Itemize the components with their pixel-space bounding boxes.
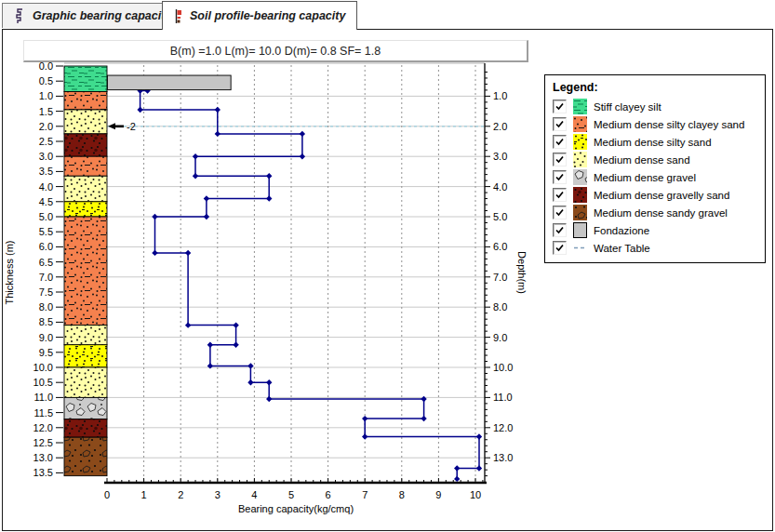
legend-label-sand: Medium dense sand	[594, 154, 690, 166]
soil-column-icon	[174, 8, 183, 24]
parameters-title: B(m) =1.0 L(m)= 10.0 D(m)= 0.8 SF= 1.8	[23, 40, 528, 62]
legend-swatch-silty-clayey-sand	[573, 116, 587, 132]
legend-checkbox-gravel[interactable]	[553, 170, 567, 184]
legend-swatch-gravel	[573, 169, 587, 185]
step-line-icon	[14, 8, 26, 24]
legend-label-silty-sand: Medium dense silty sand	[594, 137, 712, 148]
legend-checkbox-sand[interactable]	[553, 153, 567, 166]
legend-label-water-table: Water Table	[594, 243, 650, 254]
legend-item-silty-clayey-sand: Medium dense silty clayey sand	[545, 115, 765, 133]
legend-item-sand: Medium dense sand	[545, 151, 765, 168]
legend-checkbox-sandy-gravel[interactable]	[553, 206, 567, 219]
legend-swatch-water-table	[573, 240, 587, 256]
legend-label-stiff-clayey-silt: Stiff clayey silt	[594, 101, 661, 113]
legend-item-silty-sand: Medium dense silty sand	[545, 133, 765, 151]
legend-item-foundation: Fondazione	[545, 221, 765, 239]
legend-item-sandy-gravel: Medium dense sandy gravel	[545, 204, 765, 221]
legend-swatch-silty-sand	[573, 134, 587, 150]
legend-swatch-sand	[573, 152, 587, 167]
legend-label-foundation: Fondazione	[594, 225, 649, 236]
legend-box: Legend: Stiff clayey siltMedium dense si…	[544, 74, 766, 263]
legend-checkbox-silty-clayey-sand[interactable]	[553, 117, 567, 131]
legend-swatch-stiff-clayey-silt	[573, 99, 587, 114]
legend-items: Stiff clayey siltMedium dense silty clay…	[545, 98, 765, 257]
tab-soil-profile-bearing-capacity[interactable]: Soil profile-bearing capacity	[162, 1, 357, 30]
legend-item-stiff-clayey-silt: Stiff clayey silt	[545, 98, 765, 115]
legend-swatch-gravelly-sand	[573, 187, 587, 203]
legend-title: Legend:	[545, 79, 765, 98]
legend-label-silty-clayey-sand: Medium dense silty clayey sand	[594, 119, 744, 130]
legend-checkbox-silty-sand[interactable]	[553, 135, 567, 149]
legend-checkbox-gravelly-sand[interactable]	[553, 188, 567, 202]
legend-item-water-table: Water Table	[545, 239, 765, 257]
tab-label: Graphic bearing capacity	[33, 9, 171, 22]
tab-strip: Graphic bearing capacity Soil profile-be…	[0, 0, 775, 29]
legend-swatch-foundation	[573, 222, 587, 238]
legend-label-gravelly-sand: Medium dense gravelly sand	[594, 190, 729, 201]
legend-item-gravelly-sand: Medium dense gravelly sand	[545, 186, 765, 204]
legend-item-gravel: Medium dense gravel	[545, 168, 765, 186]
legend-checkbox-foundation[interactable]	[553, 223, 567, 237]
legend-label-sandy-gravel: Medium dense sandy gravel	[594, 207, 728, 219]
tab-label: Soil profile-bearing capacity	[190, 9, 345, 22]
legend-checkbox-stiff-clayey-silt[interactable]	[553, 100, 567, 113]
legend-checkbox-water-table[interactable]	[553, 241, 567, 255]
application-window: Graphic bearing capacity Soil profile-be…	[0, 0, 775, 532]
parameters-text: B(m) =1.0 L(m)= 10.0 D(m)= 0.8 SF= 1.8	[170, 45, 381, 58]
tab-graphic-bearing-capacity[interactable]: Graphic bearing capacity	[2, 3, 183, 28]
legend-label-gravel: Medium dense gravel	[594, 172, 696, 183]
legend-swatch-sandy-gravel	[573, 205, 587, 220]
